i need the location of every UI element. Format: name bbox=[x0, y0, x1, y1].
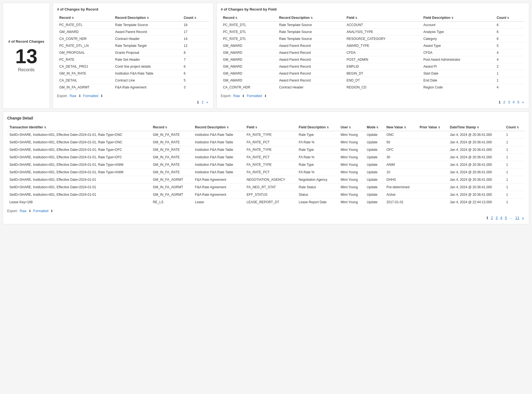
changes-by-field-table: Record ⇅ Record Description ⇅ Field ⇅ Fi… bbox=[221, 14, 525, 91]
table-cell: Region Code bbox=[421, 84, 495, 91]
table-cell-record_desc: Institution F&A Rate Table bbox=[193, 169, 244, 176]
col-count[interactable]: Count ⇅ bbox=[181, 14, 209, 22]
page-4[interactable]: 4 bbox=[513, 100, 515, 104]
col-record[interactable]: Record ⇅ bbox=[221, 14, 277, 22]
table-cell-new_value: ONC bbox=[384, 131, 418, 139]
page-4[interactable]: 4 bbox=[500, 216, 502, 220]
table-cell-datetime: Jan 4, 2024 @ 20:36:41.000 bbox=[448, 184, 504, 191]
col-prior-value[interactable]: Prior Value ⇅ bbox=[417, 124, 447, 131]
table-cell: 14 bbox=[181, 35, 209, 42]
table-cell-prior_value bbox=[417, 191, 447, 199]
table-cell: PC_RATE_DTL bbox=[221, 35, 277, 42]
page-3[interactable]: 3 bbox=[508, 100, 510, 104]
table-row: CA_CONTR_HDRContract Header14 bbox=[57, 35, 209, 42]
table-cell-prior_value bbox=[417, 161, 447, 169]
ellipsis: ... bbox=[510, 216, 513, 220]
sort-icon: ⇅ bbox=[349, 126, 351, 129]
col-user[interactable]: User ⇅ bbox=[338, 124, 365, 131]
table-cell-transaction_id: SetID=SHARE, Institution=001, Effective … bbox=[7, 131, 151, 139]
col-field[interactable]: Field ⇅ bbox=[244, 124, 296, 131]
table-cell-field: EFF_STATUS bbox=[244, 191, 296, 199]
col-field[interactable]: Field ⇅ bbox=[344, 14, 421, 22]
table-cell-record: GM_IN_FA_RATE bbox=[151, 131, 193, 139]
download-icon-formatted: ⬇ bbox=[50, 209, 53, 213]
table-cell-datetime: Jan 4, 2024 @ 20:36:41.000 bbox=[448, 169, 504, 176]
table-row: GM_AWARDAward Parent RecordCFDACFDA4 bbox=[221, 49, 525, 56]
table-cell: 4 bbox=[494, 56, 525, 63]
table-cell-new_value: ANIM bbox=[384, 161, 418, 169]
export-raw-link[interactable]: Raw bbox=[70, 94, 76, 98]
table-cell: 6 bbox=[494, 29, 525, 35]
col-transaction-id[interactable]: Transaction Identifier ⇅ bbox=[7, 124, 151, 131]
page-next[interactable]: » bbox=[522, 100, 524, 104]
table-row: CA_DETAIL_PROJContr line project details… bbox=[57, 63, 209, 70]
col-record[interactable]: Record ⇅ bbox=[57, 14, 113, 22]
page-next[interactable]: » bbox=[522, 216, 524, 220]
table-cell-field: FA_RATE_PCT bbox=[244, 139, 296, 146]
table-cell-field_desc: Rate Type bbox=[296, 161, 338, 169]
col-record-desc[interactable]: Record Description ⇅ bbox=[113, 14, 181, 22]
table-cell-record: GM_IN_FA_RATE bbox=[151, 139, 193, 146]
col-new-value[interactable]: New Value ⇅ bbox=[384, 124, 418, 131]
table-cell: GM_IN_FA_AGRMT bbox=[57, 84, 113, 91]
table-cell-field_desc: Rate Status bbox=[296, 184, 338, 191]
table-cell-datetime: Jan 4, 2024 @ 20:36:41.000 bbox=[448, 131, 504, 139]
table-cell-prior_value bbox=[417, 154, 447, 161]
page-5[interactable]: 5 bbox=[517, 100, 519, 104]
page-1[interactable]: 1 bbox=[486, 216, 488, 220]
download-icon-raw: ⬇ bbox=[29, 209, 31, 213]
changes-by-record-title: # of Changes by Record bbox=[57, 7, 209, 11]
export-formatted-link[interactable]: Formatted bbox=[33, 209, 48, 213]
table-header-row: Record ⇅ Record Description ⇅ Count ⇅ bbox=[57, 14, 209, 22]
table-cell-prior_value bbox=[417, 199, 447, 206]
page-2[interactable]: 2 bbox=[491, 216, 493, 220]
col-count[interactable]: Count ⇅ bbox=[494, 14, 525, 22]
page-next[interactable]: » bbox=[206, 100, 208, 104]
col-mode[interactable]: Mode ⇅ bbox=[365, 124, 384, 131]
col-record-desc[interactable]: Record Description ⇅ bbox=[193, 124, 244, 131]
page-5[interactable]: 5 bbox=[505, 216, 507, 220]
table-cell-record_desc: Institution F&A Rate Table bbox=[193, 161, 244, 169]
table-cell-count: 1 bbox=[504, 161, 525, 169]
change-detail-table: Transaction Identifier ⇅ Record ⇅ Record… bbox=[7, 124, 525, 206]
export-raw-link[interactable]: Raw bbox=[233, 94, 240, 98]
page-2[interactable]: 2 bbox=[503, 100, 505, 104]
col-field-desc[interactable]: Field Description ⇅ bbox=[421, 14, 495, 22]
col-record-desc[interactable]: Record Description ⇅ bbox=[277, 14, 344, 22]
table-cell-transaction_id: SetID=SHARE, Institution=001, Effective … bbox=[7, 169, 151, 176]
table-cell-transaction_id: SetID=SHARE, Institution=001, Effective … bbox=[7, 146, 151, 154]
col-datetime[interactable]: DateTime Stamp ⇅ bbox=[448, 124, 504, 131]
page-1[interactable]: 1 bbox=[197, 100, 199, 104]
table-cell: Award Parent Record bbox=[113, 29, 181, 35]
records-label: Records bbox=[18, 67, 35, 72]
sort-icon: ⇅ bbox=[227, 126, 229, 129]
table-cell-prior_value bbox=[417, 139, 447, 146]
table-cell: GM_AWARD bbox=[221, 63, 277, 70]
table-cell-field: FA_RATE_TYPE bbox=[244, 146, 296, 154]
sort-icon: ⇅ bbox=[507, 17, 509, 19]
export-label: Export: bbox=[57, 94, 68, 98]
table-cell-record_desc: F&A Rate Agreement bbox=[193, 176, 244, 184]
export-formatted-link[interactable]: Formatted bbox=[83, 94, 98, 98]
table-cell-mode: Update bbox=[365, 199, 384, 206]
table-row: PC_RATE_DTLRate Template Source18 bbox=[57, 22, 209, 29]
col-field-desc[interactable]: Field Description ⇅ bbox=[296, 124, 338, 131]
table-cell-field_desc: Lease Report Date bbox=[296, 199, 338, 206]
export-raw-link[interactable]: Raw bbox=[20, 209, 26, 213]
page-1[interactable]: 1 bbox=[498, 100, 500, 104]
col-count[interactable]: Count ⇅ bbox=[504, 124, 525, 131]
col-record[interactable]: Record ⇅ bbox=[151, 124, 193, 131]
table-cell-transaction_id: SetID=SHARE, Institution=001, Effective … bbox=[7, 191, 151, 199]
table-cell: 2 bbox=[494, 63, 525, 70]
page-11[interactable]: 11 bbox=[515, 216, 519, 220]
export-formatted-link[interactable]: Formatted bbox=[247, 94, 262, 98]
table-cell: Rate Template Target bbox=[113, 42, 181, 49]
table-cell-mode: Update bbox=[365, 154, 384, 161]
page-3[interactable]: 3 bbox=[496, 216, 498, 220]
page-2[interactable]: 2 bbox=[202, 100, 204, 104]
table-cell-datetime: Jan 4, 2024 @ 20:36:41.000 bbox=[448, 176, 504, 184]
table-cell-mode: Update bbox=[365, 191, 384, 199]
records-panel-title: # of Record Changes bbox=[8, 39, 44, 44]
sort-icon: ⇅ bbox=[451, 17, 454, 19]
table-cell: Award Parent Record bbox=[277, 49, 344, 56]
